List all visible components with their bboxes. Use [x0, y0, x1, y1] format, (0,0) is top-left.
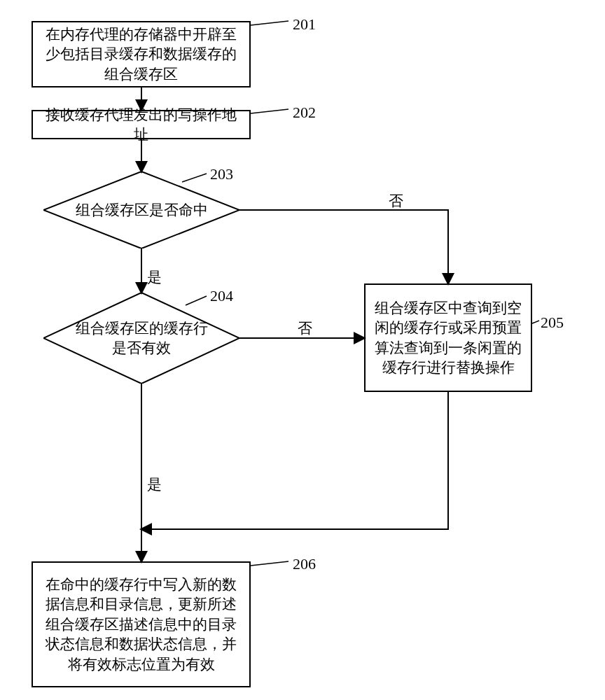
flow-box-202: 接收缓存代理发出的写操作地址: [32, 110, 251, 139]
flow-box-202-text: 接收缓存代理发出的写操作地址: [39, 105, 244, 145]
flow-box-206: 在命中的缓存行中写入新的数据信息和目录信息，更新所述组合缓存区描述信息中的目录状…: [32, 561, 251, 687]
svg-line-6: [532, 321, 539, 323]
flow-box-205-text: 组合缓存区中查询到空闲的缓存行或采用预置算法查询到一条闲置的缓存行进行替换操作: [371, 298, 525, 377]
flow-box-201-text: 在内存代理的存储器中开辟至少包括目录缓存和数据缓存的组合缓存区: [39, 24, 244, 84]
edge-label-203-yes: 是: [147, 267, 162, 287]
flow-decision-204-text: 组合缓存区的缓存行是否有效: [71, 318, 211, 358]
svg-line-7: [251, 561, 288, 566]
ref-203: 203: [210, 165, 233, 183]
ref-201: 201: [293, 15, 316, 34]
ref-202: 202: [293, 104, 316, 122]
flow-decision-204: 组合缓存区的缓存行是否有效: [43, 293, 239, 384]
svg-line-2: [251, 21, 288, 25]
edge-label-203-no: 否: [389, 191, 403, 211]
flow-box-206-text: 在命中的缓存行中写入新的数据信息和目录信息，更新所述组合缓存区描述信息中的目录状…: [39, 575, 244, 674]
flow-box-205: 组合缓存区中查询到空闲的缓存行或采用预置算法查询到一条闲置的缓存行进行替换操作: [364, 284, 532, 392]
svg-line-3: [251, 109, 288, 113]
ref-205: 205: [541, 314, 564, 332]
flow-decision-203-text: 组合缓存区是否命中: [76, 200, 208, 220]
edge-label-204-no: 否: [298, 318, 312, 338]
ref-206: 206: [293, 555, 316, 573]
flow-box-201: 在内存代理的存储器中开辟至少包括目录缓存和数据缓存的组合缓存区: [32, 21, 251, 88]
ref-204: 204: [210, 287, 233, 305]
edge-label-204-yes: 是: [147, 475, 162, 494]
